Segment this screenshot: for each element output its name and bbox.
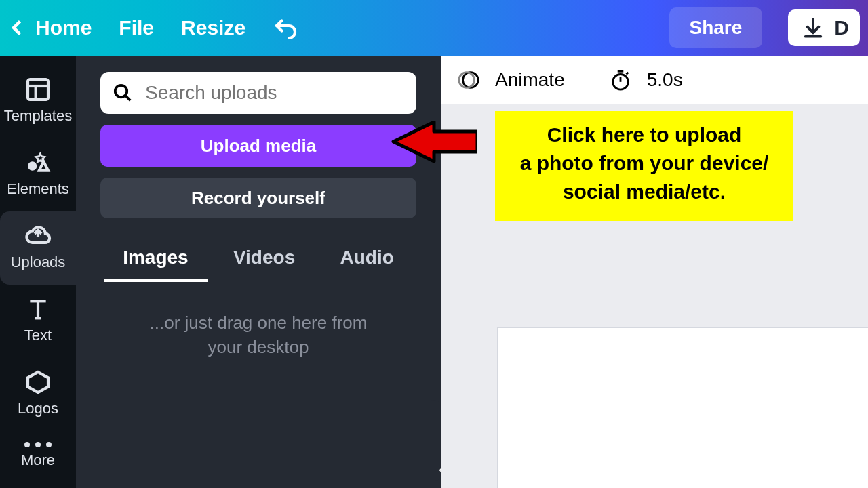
- rail-text[interactable]: Text: [0, 285, 76, 358]
- svg-point-9: [115, 85, 127, 98]
- canvas-toolbar: Animate 5.0s: [441, 56, 868, 104]
- share-button[interactable]: Share: [669, 7, 763, 48]
- duration-button[interactable]: 5.0s: [647, 69, 683, 91]
- rail-text-label: Text: [24, 327, 52, 344]
- rail-more[interactable]: More: [0, 431, 76, 483]
- resize-menu[interactable]: Resize: [181, 16, 245, 39]
- rail-uploads-label: Uploads: [11, 253, 66, 271]
- media-tabs: Images Videos Audio: [100, 243, 416, 282]
- drag-hint-line2: your desktop: [100, 335, 416, 359]
- download-icon: [802, 16, 825, 39]
- uploads-icon: [24, 222, 52, 249]
- rail-more-label: More: [21, 451, 55, 469]
- design-page[interactable]: [498, 328, 868, 488]
- callout-line3: social media/etc.: [506, 178, 783, 206]
- templates-icon: [24, 76, 52, 103]
- svg-point-11: [463, 72, 479, 87]
- tutorial-callout: Click here to upload a photo from your d…: [495, 111, 793, 221]
- svg-rect-0: [28, 79, 48, 100]
- top-bar: Home File Resize Share D: [0, 0, 868, 56]
- tab-audio[interactable]: Audio: [332, 243, 402, 282]
- upload-media-button[interactable]: Upload media: [100, 125, 416, 167]
- more-dots-icon: [24, 442, 52, 447]
- svg-point-3: [28, 161, 37, 170]
- svg-point-12: [459, 72, 475, 87]
- uploads-panel: Upload media Record yourself Images Vide…: [76, 56, 441, 488]
- toolbar-divider: [587, 66, 587, 94]
- tab-videos[interactable]: Videos: [225, 243, 303, 282]
- logos-icon: [24, 369, 52, 396]
- search-input[interactable]: [145, 82, 404, 104]
- rail-elements-label: Elements: [7, 180, 69, 198]
- record-yourself-button[interactable]: Record yourself: [100, 178, 416, 218]
- text-icon: [24, 296, 52, 323]
- home-label: Home: [35, 16, 92, 39]
- search-icon: [113, 83, 133, 103]
- rail-logos[interactable]: Logos: [0, 358, 76, 431]
- elements-icon: [24, 149, 52, 176]
- drag-hint-line1: ...or just drag one here from: [100, 310, 416, 335]
- tutorial-arrow: [391, 121, 477, 163]
- topbar-left-group: Home File Resize: [8, 16, 297, 40]
- download-label: D: [834, 16, 849, 39]
- rail-logos-label: Logos: [18, 400, 58, 418]
- svg-line-16: [626, 72, 628, 74]
- chevron-left-icon: [8, 18, 27, 37]
- timer-icon[interactable]: [609, 68, 632, 92]
- undo-icon[interactable]: [273, 16, 297, 40]
- arrow-left-icon: [391, 121, 477, 163]
- download-button[interactable]: D: [788, 9, 860, 46]
- rail-templates-label: Templates: [4, 107, 72, 125]
- rail-templates[interactable]: Templates: [0, 65, 76, 138]
- svg-line-10: [125, 96, 131, 101]
- rail-uploads[interactable]: Uploads: [0, 211, 76, 285]
- animate-button[interactable]: Animate: [495, 69, 565, 91]
- callout-line2: a photo from your device/: [506, 149, 783, 178]
- home-button[interactable]: Home: [8, 16, 92, 39]
- callout-line1: Click here to upload: [506, 121, 783, 149]
- animate-icon[interactable]: [457, 68, 480, 92]
- side-rail: Templates Elements Uploads Text Logos Mo…: [0, 56, 76, 488]
- rail-elements[interactable]: Elements: [0, 138, 76, 211]
- drag-drop-hint: ...or just drag one here from your deskt…: [100, 310, 416, 360]
- search-uploads[interactable]: [100, 72, 416, 114]
- tab-images[interactable]: Images: [115, 243, 197, 282]
- file-menu[interactable]: File: [119, 16, 154, 39]
- svg-marker-8: [28, 372, 48, 392]
- svg-point-13: [612, 74, 628, 89]
